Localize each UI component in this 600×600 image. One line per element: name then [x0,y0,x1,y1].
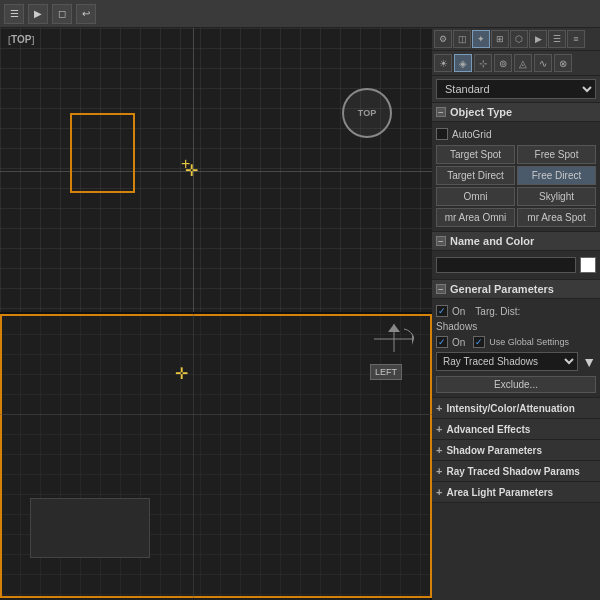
viewport-top[interactable]: ✛ [TOP] TOP [0,28,432,314]
panel-icon-display[interactable]: ☰ [548,30,566,48]
general-params-content: On Targ. Dist: Shadows On Use Global Set… [432,299,600,398]
intensity-color-section[interactable]: + Intensity/Color/Attenuation [432,398,600,419]
light-icon-7[interactable]: ⊗ [554,54,572,72]
area-light-plus-icon: + [436,486,442,498]
btn-target-spot[interactable]: Target Spot [436,145,515,164]
color-swatch[interactable] [580,257,596,273]
ray-traced-shadow-params-section[interactable]: + Ray Traced Shadow Params [432,461,600,482]
name-color-content [432,251,600,280]
general-params-title: General Parameters [450,283,554,295]
btn-skylight[interactable]: Skylight [517,187,596,206]
toolbar-icon-3[interactable]: ◻ [52,4,72,24]
btn-mr-area-spot[interactable]: mr Area Spot [517,208,596,227]
shadow-type-dropdown[interactable]: Ray Traced Shadows Shadow Map Area Shado… [436,352,578,371]
autogrid-checkbox[interactable] [436,128,448,140]
targ-dist-label: Targ. Dist: [475,306,520,317]
toolbar-icon-4[interactable]: ↩ [76,4,96,24]
exclude-button[interactable]: Exclude... [436,376,596,393]
top-toolbar: ☰ ▶ ◻ ↩ [0,0,600,28]
object-type-header[interactable]: − Object Type [432,103,600,122]
axis-vertical-bottom [193,314,194,598]
panel-icon-create[interactable]: ✦ [472,30,490,48]
shadows-label: Shadows [436,321,477,332]
btn-free-direct[interactable]: Free Direct [517,166,596,185]
viewport-area: ✛ [TOP] TOP ✛ LEFT [0,28,432,600]
axis-horizontal-bottom [0,414,432,415]
name-color-title: Name and Color [450,235,534,247]
btn-free-spot[interactable]: Free Spot [517,145,596,164]
light-icon-3[interactable]: ⊹ [474,54,492,72]
object-type-content: AutoGrid Target Spot Free Spot Target Di… [432,122,600,232]
object-type-grid: Target Spot Free Spot Target Direct Free… [436,145,596,227]
dropdown-row: Standard Photometric mr Sky Portal [432,76,600,103]
area-light-params-title: Area Light Parameters [446,487,553,498]
name-color-header[interactable]: − Name and Color [432,232,600,251]
shadow-params-plus-icon: + [436,444,442,456]
name-color-toggle[interactable]: − [436,236,446,246]
viewport-label-top: [TOP] [8,34,34,45]
panel-icon-hierarchy[interactable]: ⬡ [510,30,528,48]
shadows-label-row: Shadows [436,319,596,334]
shadow-type-row: Ray Traced Shadows Shadow Map Area Shado… [436,350,596,373]
light-icon-1[interactable]: ☀ [434,54,452,72]
dropdown-arrow[interactable]: ▼ [582,354,596,370]
dark-shape-object [30,498,150,558]
shadows-on-row: On Use Global Settings [436,334,596,350]
on-checkbox[interactable] [436,305,448,317]
exclude-label: Exclude... [494,379,538,390]
ray-traced-plus-icon: + [436,465,442,477]
on-label: On [452,306,465,317]
general-params-toggle[interactable]: − [436,284,446,294]
axis-horizontal-top [0,171,432,172]
light-icon-6[interactable]: ∿ [534,54,552,72]
left-label-box: LEFT [370,364,402,380]
intensity-plus-icon: + [436,402,442,414]
btn-omni[interactable]: Omni [436,187,515,206]
shadow-parameters-section[interactable]: + Shadow Parameters [432,440,600,461]
btn-mr-area-omni[interactable]: mr Area Omni [436,208,515,227]
btn-target-direct[interactable]: Target Direct [436,166,515,185]
orange-rect-object[interactable] [70,113,135,193]
panel-icon-utilities[interactable]: ≡ [567,30,585,48]
panel-icon-environment[interactable]: ◫ [453,30,471,48]
panel-icon-motion[interactable]: ▶ [529,30,547,48]
move-gizmo-bottom: ✛ [175,364,188,383]
panel-icon-render[interactable]: ⚙ [434,30,452,48]
panel-icon-modify[interactable]: ⊞ [491,30,509,48]
toolbar-icon-2[interactable]: ▶ [28,4,48,24]
light-icon-2[interactable]: ◈ [454,54,472,72]
standard-dropdown[interactable]: Standard Photometric mr Sky Portal [436,79,596,99]
advanced-effects-section[interactable]: + Advanced Effects [432,419,600,440]
general-params-header[interactable]: − General Parameters [432,280,600,299]
right-panel: ⚙ ◫ ✦ ⊞ ⬡ ▶ ☰ ≡ ☀ ◈ ⊹ ⊚ ◬ ∿ ⊗ Standard P… [432,28,600,600]
circle-label: TOP [358,108,376,118]
viewport-bottom[interactable]: ✛ LEFT [0,314,432,598]
arrows-container [374,324,414,356]
autogrid-row: AutoGrid [436,126,596,142]
autogrid-label: AutoGrid [452,129,491,140]
name-color-row [436,255,596,275]
shadows-on-label: On [452,337,465,348]
use-global-checkbox[interactable] [473,336,485,348]
move-gizmo-top: ✛ [185,163,199,177]
on-targ-row: On Targ. Dist: [436,303,596,319]
advanced-effects-title: Advanced Effects [446,424,530,435]
name-input-field[interactable] [436,257,576,273]
object-type-toggle[interactable]: − [436,107,446,117]
light-type-icons: ☀ ◈ ⊹ ⊚ ◬ ∿ ⊗ [432,51,600,76]
object-type-title: Object Type [450,106,512,118]
ray-traced-shadow-params-title: Ray Traced Shadow Params [446,466,579,477]
left-label-text: LEFT [375,367,397,377]
main-layout: ✛ [TOP] TOP ✛ LEFT [0,28,600,600]
grid-background-top [0,28,432,312]
light-icon-5[interactable]: ◬ [514,54,532,72]
shadows-on-checkbox[interactable] [436,336,448,348]
advanced-effects-plus-icon: + [436,423,442,435]
toolbar-icon-1[interactable]: ☰ [4,4,24,24]
light-icon-4[interactable]: ⊚ [494,54,512,72]
svg-marker-1 [388,324,400,332]
area-light-params-section[interactable]: + Area Light Parameters [432,482,600,503]
use-global-label: Use Global Settings [489,337,569,347]
shadow-parameters-title: Shadow Parameters [446,445,542,456]
circle-indicator: TOP [342,88,392,138]
